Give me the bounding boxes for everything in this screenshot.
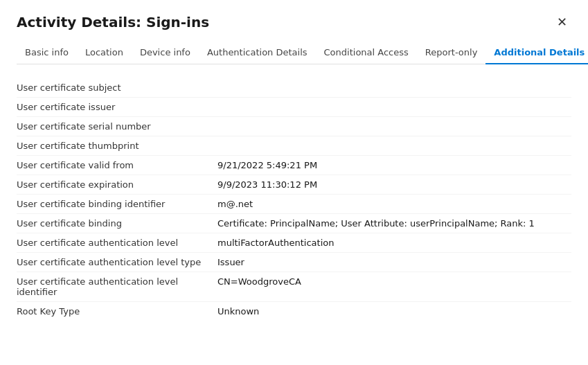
row-label-4: User certificate valid from xyxy=(17,160,217,170)
close-button[interactable]: ✕ xyxy=(553,15,571,30)
row-value-5: 9/9/2023 11:30:12 PM xyxy=(217,179,571,190)
tab-conditional-access[interactable]: Conditional Access xyxy=(316,42,417,64)
table-row: User certificate bindingCertificate: Pri… xyxy=(17,214,571,233)
table-row: Root Key TypeUnknown xyxy=(17,302,571,321)
row-label-3: User certificate thumbprint xyxy=(17,141,217,151)
tab-basic-info[interactable]: Basic info xyxy=(17,42,77,64)
row-value-8: multiFactorAuthentication xyxy=(217,238,571,248)
table-row: User certificate authentication levelmul… xyxy=(17,233,571,253)
row-label-5: User certificate expiration xyxy=(17,179,217,190)
table-row: User certificate expiration9/9/2023 11:3… xyxy=(17,175,571,195)
row-label-6: User certificate binding identifier xyxy=(17,199,217,209)
row-label-2: User certificate serial number xyxy=(17,121,217,132)
tab-authentication-details[interactable]: Authentication Details xyxy=(199,42,316,64)
table-row: User certificate thumbprint xyxy=(17,136,571,156)
row-value-11: Unknown xyxy=(217,306,571,317)
row-label-0: User certificate subject xyxy=(17,82,217,93)
table-row: User certificate issuer xyxy=(17,98,571,117)
row-value-3 xyxy=(217,141,571,151)
row-label-11: Root Key Type xyxy=(17,306,217,317)
row-label-1: User certificate issuer xyxy=(17,102,217,112)
row-value-1 xyxy=(217,102,571,112)
tab-location[interactable]: Location xyxy=(77,42,132,64)
row-label-10: User certificate authentication level id… xyxy=(17,276,217,297)
dialog-header: Activity Details: Sign-ins ✕ xyxy=(17,14,571,30)
row-value-6: m@.net xyxy=(217,199,571,209)
table-row: User certificate authentication level ty… xyxy=(17,253,571,272)
dialog-title: Activity Details: Sign-ins xyxy=(17,14,209,30)
row-value-10: CN=WoodgroveCA xyxy=(217,276,571,287)
row-value-0 xyxy=(217,82,571,93)
table-row: User certificate binding identifierm@.ne… xyxy=(17,195,571,214)
tab-content: User certificate subject User certificat… xyxy=(17,75,571,323)
table-row: User certificate subject xyxy=(17,78,571,98)
row-label-7: User certificate binding xyxy=(17,218,217,229)
activity-details-dialog: Activity Details: Sign-ins ✕ Basic infoL… xyxy=(0,0,588,365)
row-value-9: Issuer xyxy=(217,257,571,267)
tab-bar: Basic infoLocationDevice infoAuthenticat… xyxy=(17,42,571,64)
tab-device-info[interactable]: Device info xyxy=(132,42,199,64)
row-value-7: Certificate: PrincipalName; User Attribu… xyxy=(217,218,571,229)
table-row: User certificate serial number xyxy=(17,117,571,136)
tab-report-only[interactable]: Report-only xyxy=(417,42,486,64)
row-value-2 xyxy=(217,121,571,132)
table-row: User certificate valid from9/21/2022 5:4… xyxy=(17,156,571,175)
row-value-4: 9/21/2022 5:49:21 PM xyxy=(217,160,571,170)
table-row: User certificate authentication level id… xyxy=(17,272,571,302)
row-label-8: User certificate authentication level xyxy=(17,238,217,248)
row-label-9: User certificate authentication level ty… xyxy=(17,257,217,267)
tab-additional-details[interactable]: Additional Details xyxy=(485,42,588,64)
